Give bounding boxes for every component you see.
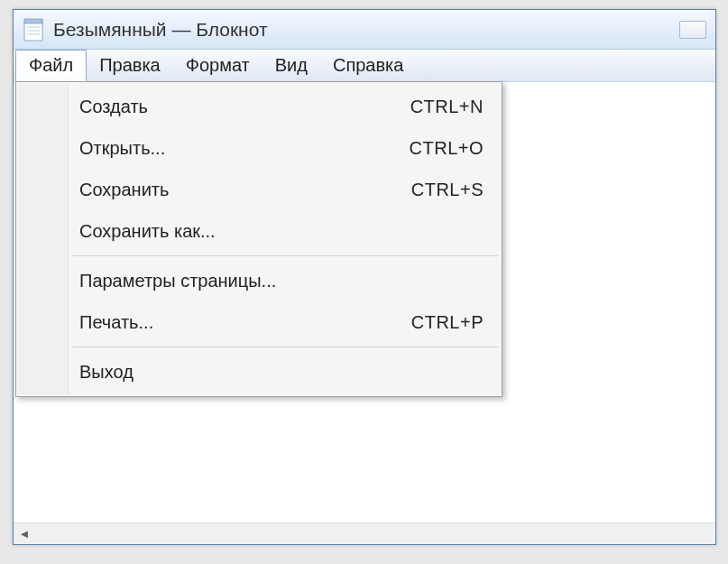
menu-item-label: Создать bbox=[79, 97, 410, 117]
menu-item-shortcut: CTRL+S bbox=[411, 180, 484, 200]
titlebar[interactable]: Безымянный — Блокнот bbox=[14, 10, 715, 50]
menu-item-label: Параметры страницы... bbox=[79, 271, 484, 291]
menu-file[interactable]: Файл bbox=[15, 50, 87, 81]
menu-item-shortcut: CTRL+O bbox=[410, 138, 484, 159]
menu-label: Справка bbox=[333, 55, 403, 76]
menu-view[interactable]: Вид bbox=[263, 50, 320, 81]
horizontal-scrollbar[interactable]: ◄ bbox=[14, 522, 715, 544]
menu-item-shortcut: CTRL+N bbox=[410, 97, 484, 117]
svg-rect-1 bbox=[24, 19, 42, 23]
minimize-button[interactable] bbox=[679, 21, 706, 39]
menu-item-label: Выход bbox=[79, 362, 484, 383]
menu-item-label: Открыть... bbox=[79, 138, 410, 159]
scroll-left-icon[interactable]: ◄ bbox=[14, 523, 35, 545]
notepad-icon bbox=[23, 17, 44, 42]
menu-edit[interactable]: Правка bbox=[87, 50, 173, 81]
menu-item-open[interactable]: Открыть... CTRL+O bbox=[18, 127, 500, 169]
menu-item-exit[interactable]: Выход bbox=[18, 351, 500, 393]
menu-format[interactable]: Формат bbox=[173, 50, 263, 81]
menubar: Файл Правка Формат Вид Справка bbox=[14, 50, 715, 82]
menu-item-new[interactable]: Создать CTRL+N bbox=[18, 86, 500, 127]
menu-help[interactable]: Справка bbox=[320, 50, 416, 81]
menu-item-label: Сохранить как... bbox=[79, 221, 484, 242]
menu-item-label: Печать... bbox=[79, 312, 411, 333]
window-title: Безымянный — Блокнот bbox=[53, 19, 268, 41]
menu-separator bbox=[72, 255, 498, 256]
file-menu-dropdown: Создать CTRL+N Открыть... CTRL+O Сохрани… bbox=[15, 81, 502, 397]
menu-item-label: Сохранить bbox=[79, 180, 411, 200]
menu-item-print[interactable]: Печать... CTRL+P bbox=[18, 301, 500, 343]
menu-label: Вид bbox=[275, 55, 308, 76]
menu-separator bbox=[72, 347, 498, 347]
menu-label: Формат bbox=[186, 55, 250, 76]
menu-item-shortcut: CTRL+P bbox=[411, 312, 484, 333]
app-window: Безымянный — Блокнот Файл Правка Формат … bbox=[13, 9, 716, 545]
window-controls bbox=[679, 21, 706, 39]
menu-item-page-setup[interactable]: Параметры страницы... bbox=[18, 260, 500, 301]
menu-label: Файл bbox=[29, 55, 73, 76]
menu-item-save[interactable]: Сохранить CTRL+S bbox=[18, 169, 500, 210]
menu-item-save-as[interactable]: Сохранить как... bbox=[18, 210, 500, 252]
menu-label: Правка bbox=[99, 55, 161, 76]
